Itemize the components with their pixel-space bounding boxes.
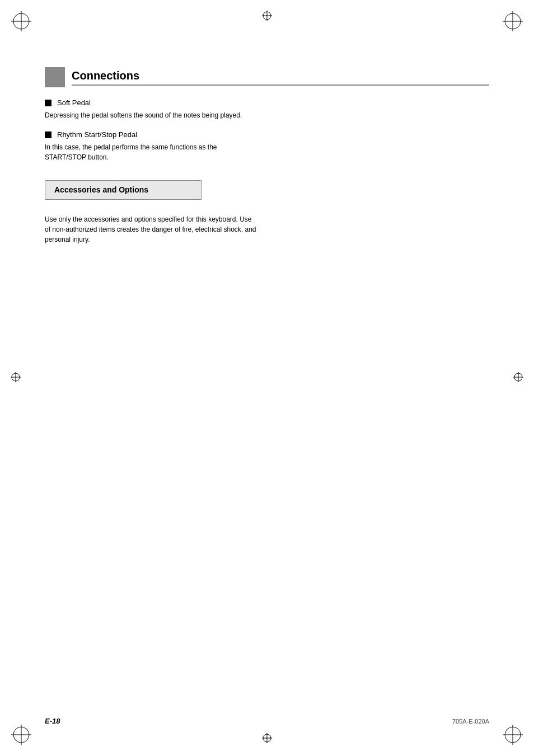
bullet-icon-rhythm [45, 132, 51, 138]
footer: E-18 705A-E-020A [45, 717, 489, 725]
rhythm-body: In this case, the pedal performs the sam… [45, 142, 257, 162]
footer-code: 705A-E-020A [452, 718, 489, 725]
soft-pedal-body: Depressing the pedal softens the sound o… [45, 110, 257, 120]
accessories-title: Accessories and Options [54, 185, 148, 194]
soft-pedal-heading: Soft Pedal [45, 98, 489, 107]
corner-mark-bl [10, 724, 32, 746]
mid-mark-bottom [261, 732, 273, 746]
mid-mark-left [10, 372, 21, 385]
soft-pedal-title: Soft Pedal [57, 98, 91, 107]
footer-page-label: E-18 [45, 717, 60, 725]
soft-pedal-section: Soft Pedal Depressing the pedal softens … [45, 98, 489, 120]
accessories-box: Accessories and Options [45, 180, 202, 200]
rhythm-heading: Rhythm Start/Stop Pedal [45, 130, 489, 139]
rhythm-section: Rhythm Start/Stop Pedal In this case, th… [45, 130, 489, 162]
header-title-wrapper: Connections [72, 69, 489, 86]
corner-mark-tl [10, 10, 32, 32]
page-title: Connections [72, 69, 139, 82]
rhythm-title: Rhythm Start/Stop Pedal [57, 130, 137, 139]
page: Connections Soft Pedal Depressing the pe… [0, 0, 534, 756]
bullet-icon-soft-pedal [45, 100, 51, 106]
accessories-body: Use only the accessories and options spe… [45, 214, 257, 245]
corner-mark-br [502, 724, 524, 746]
corner-mark-tr [502, 10, 524, 32]
mid-mark-right [513, 372, 524, 385]
header-icon-block [45, 67, 65, 87]
mid-mark-top [261, 10, 273, 24]
section-header: Connections [45, 67, 489, 87]
